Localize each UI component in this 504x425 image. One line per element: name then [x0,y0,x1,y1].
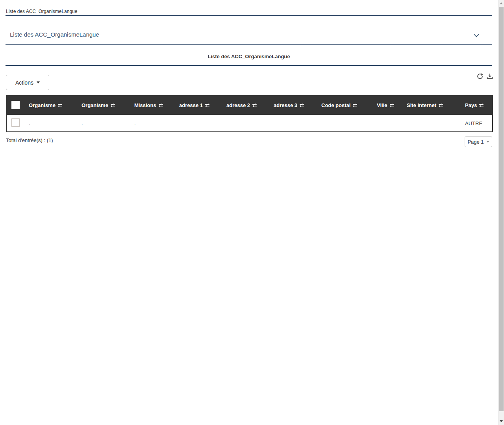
scrollbar-thumb[interactable] [499,7,504,411]
cell-adresse-2 [222,115,269,132]
cell-pays: AUTRE [460,115,493,132]
vertical-scrollbar[interactable] [498,0,504,425]
cell-adresse-3 [269,115,317,132]
divider-top [6,15,492,16]
sort-icon[interactable] [205,103,210,109]
data-table: Organisme Organisme Missions adresse 1 a… [6,95,493,132]
column-header-ville[interactable]: Ville [372,95,402,115]
total-entries-label: Total d'entrée(s) : (1) [6,137,53,143]
table-header-row: Organisme Organisme Missions adresse 1 a… [6,95,493,115]
sort-icon[interactable] [479,103,484,109]
sort-icon[interactable] [110,103,115,109]
actions-label: Actions [15,79,33,86]
cell-organisme-1: . [24,115,77,132]
breadcrumb: Liste des ACC_OrganismeLangue [6,9,77,14]
select-all-checkbox[interactable] [11,101,20,109]
actions-dropdown-button[interactable]: Actions [6,75,49,90]
table-row[interactable]: . . . AUTRE [6,115,493,132]
sort-icon[interactable] [57,103,63,109]
cell-code-postal [317,115,372,132]
download-icon[interactable] [487,73,493,79]
column-header-adresse-3[interactable]: adresse 3 [269,95,317,115]
divider-panel [6,44,492,45]
column-header-code-postal[interactable]: Code postal [317,95,372,115]
page-selector-label: Page 1 [467,139,484,145]
column-header-adresse-1[interactable]: adresse 1 [174,95,222,115]
cell-ville [372,115,402,132]
column-header-adresse-2[interactable]: adresse 2 [222,95,269,115]
scroll-up-arrow-icon[interactable] [500,2,503,4]
scroll-down-arrow-icon[interactable] [500,420,503,422]
refresh-icon[interactable] [477,73,483,79]
sort-icon[interactable] [158,103,163,109]
column-header-organisme-2[interactable]: Organisme [77,95,130,115]
column-header-site-internet[interactable]: Site Internet [402,95,460,115]
cell-missions: . [130,115,174,132]
sort-icon[interactable] [389,103,395,109]
column-header-organisme-1[interactable]: Organisme [24,95,77,115]
sort-icon[interactable] [299,103,304,109]
caret-down-icon [37,81,40,83]
cell-site-internet [402,115,460,132]
row-checkbox[interactable] [11,118,20,127]
section-title: Liste des ACC_OrganismeLangue [6,54,492,59]
page: Liste des ACC_OrganismeLangue Liste des … [0,0,504,425]
column-header-pays[interactable]: Pays [460,95,493,115]
column-header-missions[interactable]: Missions [130,95,174,115]
sort-icon[interactable] [438,103,443,109]
page-selector-button[interactable]: Page 1 [465,136,492,147]
divider-section [6,65,492,66]
chevron-down-icon[interactable] [473,32,480,38]
cell-adresse-1 [174,115,222,132]
caret-down-icon [486,141,489,142]
panel-title: Liste des ACC_OrganismeLangue [10,31,99,38]
sort-icon[interactable] [252,103,257,109]
cell-organisme-2: . [77,115,130,132]
sort-icon[interactable] [352,103,358,109]
